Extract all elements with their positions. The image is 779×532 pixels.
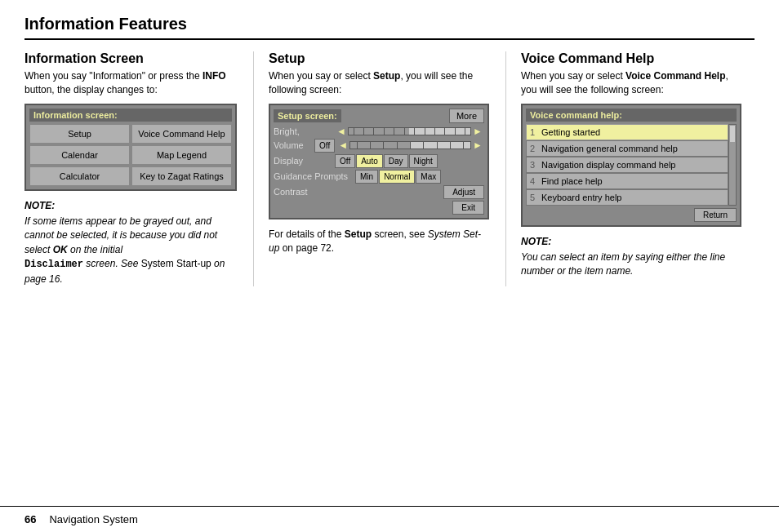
col-voice-command-help: Voice Command Help When you say or selec… (506, 51, 758, 286)
col3-intro: When you say or select Voice Command Hel… (521, 69, 741, 97)
info-btn-map-legend[interactable]: Map Legend (131, 145, 232, 165)
display-day-button[interactable]: Day (384, 154, 408, 168)
voice-item-text-2: Navigation general command help (541, 144, 678, 153)
info-screen-grid: Setup Voice Command Help Calendar Map Le… (29, 124, 232, 186)
setup-screen-title: Setup screen: (274, 109, 341, 122)
voice-item-5[interactable]: 5 Keyboard entry help (526, 189, 728, 206)
guidance-label: Guidance Prompts (274, 171, 355, 181)
volume-slider-right-arrow[interactable]: ► (471, 140, 484, 151)
col1-intro-text: When you say "Information" or press the … (24, 70, 226, 95)
setup-bright-row: Bright, ◄ (274, 126, 484, 137)
footer-page-number: 66 (24, 513, 36, 525)
guidance-max-button[interactable]: Max (416, 170, 441, 184)
slider-left-arrow[interactable]: ◄ (335, 126, 348, 137)
setup-contrast-row: Contrast Adjust (274, 185, 484, 199)
setup-display-row: Display Off Auto Day Night (274, 154, 484, 168)
voice-screen-mockup: Voice command help: 1 Getting started 2 … (521, 104, 741, 227)
setup-volume-row: Volume Off ◄ (274, 139, 484, 153)
contrast-label: Contrast (274, 187, 335, 197)
bright-slider[interactable]: ◄ (335, 126, 484, 137)
col1-note: NOTE: If some items appear to be grayed … (24, 199, 237, 286)
columns-layout: Information Screen When you say "Informa… (24, 51, 755, 286)
info-btn-zagat[interactable]: Key to Zagat Ratings (131, 166, 232, 186)
info-btn-voice-command-help[interactable]: Voice Command Help (131, 124, 232, 144)
bright-label: Bright, (274, 126, 335, 136)
setup-screen-header: Setup screen: More (274, 109, 484, 123)
col2-intro: When you say or select Setup, you will s… (269, 69, 489, 97)
voice-return-button[interactable]: Return (694, 208, 737, 222)
slider-track (348, 127, 471, 135)
voice-bottom-row: Return (526, 208, 737, 222)
setup-screen-mockup: Setup screen: More Bright, ◄ (269, 104, 489, 219)
slider-right-arrow[interactable]: ► (471, 126, 484, 137)
info-screen-mockup: Information screen: Setup Voice Command … (24, 104, 237, 191)
col3-note-label: NOTE: (521, 235, 741, 249)
info-btn-setup[interactable]: Setup (29, 124, 130, 144)
voice-item-num-1: 1 (530, 127, 541, 137)
guidance-min-button[interactable]: Min (355, 170, 378, 184)
volume-label: Volume (274, 140, 314, 150)
voice-item-1[interactable]: 1 Getting started (526, 124, 728, 140)
voice-item-text-5: Keyboard entry help (541, 193, 621, 202)
info-screen-title: Information screen: (29, 109, 232, 122)
voice-item-num-3: 3 (530, 160, 541, 170)
volume-slider[interactable]: ◄ (336, 140, 484, 151)
info-btn-calculator[interactable]: Calculator (29, 166, 130, 186)
guidance-normal-button[interactable]: Normal (379, 170, 415, 184)
volume-off-button[interactable]: Off (314, 139, 335, 153)
volume-slider-track (349, 141, 471, 149)
voice-item-num-5: 5 (530, 193, 541, 202)
display-auto-button[interactable]: Auto (356, 154, 383, 168)
setup-exit-row: Exit (274, 201, 484, 215)
display-night-button[interactable]: Night (409, 154, 438, 168)
scrollbar-thumb (730, 126, 735, 142)
voice-item-text-4: Find place help (541, 176, 603, 186)
col3-note-text: You can select an item by saying either … (521, 250, 741, 279)
col3-title: Voice Command Help (521, 51, 741, 66)
display-label: Display (274, 156, 335, 166)
voice-scrollbar[interactable] (728, 124, 737, 206)
setup-exit-button[interactable]: Exit (452, 201, 484, 215)
page-container: Information Features Information Screen … (0, 0, 779, 299)
col1-title: Information Screen (24, 51, 237, 66)
voice-item-text-1: Getting started (541, 127, 600, 137)
voice-screen-content: 1 Getting started 2 Navigation general c… (526, 124, 737, 206)
guidance-buttons: Min Normal Max (355, 170, 441, 184)
col1-note-label: NOTE: (24, 199, 237, 213)
col-setup: Setup When you say or select Setup, you … (254, 51, 506, 286)
display-off-button[interactable]: Off (335, 154, 355, 168)
setup-more-button[interactable]: More (449, 109, 484, 123)
col2-footer-content: For details of the Setup screen, see Sys… (269, 228, 481, 254)
contrast-adjust-button[interactable]: Adjust (443, 185, 484, 199)
voice-item-2[interactable]: 2 Navigation general command help (526, 140, 728, 157)
voice-screen-title: Voice command help: (526, 109, 737, 122)
col2-title: Setup (269, 51, 489, 66)
display-buttons: Off Auto Day Night (335, 154, 438, 168)
col-information-screen: Information Screen When you say "Informa… (24, 51, 254, 286)
voice-items-list: 1 Getting started 2 Navigation general c… (526, 124, 728, 206)
col2-footer-text: For details of the Setup screen, see Sys… (269, 228, 489, 256)
page-title: Information Features (24, 15, 755, 40)
voice-item-num-4: 4 (530, 176, 541, 186)
voice-item-num-2: 2 (530, 144, 541, 153)
volume-slider-left-arrow[interactable]: ◄ (336, 140, 349, 151)
voice-item-4[interactable]: 4 Find place help (526, 173, 728, 189)
info-btn-calendar[interactable]: Calendar (29, 145, 130, 165)
col3-note: NOTE: You can select an item by saying e… (521, 235, 741, 279)
voice-item-3[interactable]: 3 Navigation display command help (526, 157, 728, 173)
page-footer: 66 Navigation System (0, 506, 779, 532)
col3-intro-text: When you say or select Voice Command Hel… (521, 70, 728, 95)
voice-item-text-3: Navigation display command help (541, 160, 675, 170)
footer-nav-system-label: Navigation System (49, 513, 137, 525)
col1-note-text: If some items appear to be grayed out, a… (24, 215, 237, 286)
setup-guidance-row: Guidance Prompts Min Normal Max (274, 170, 484, 184)
col2-intro-text: When you say or select Setup, you will s… (269, 70, 473, 95)
col1-intro: When you say "Information" or press the … (24, 69, 237, 97)
